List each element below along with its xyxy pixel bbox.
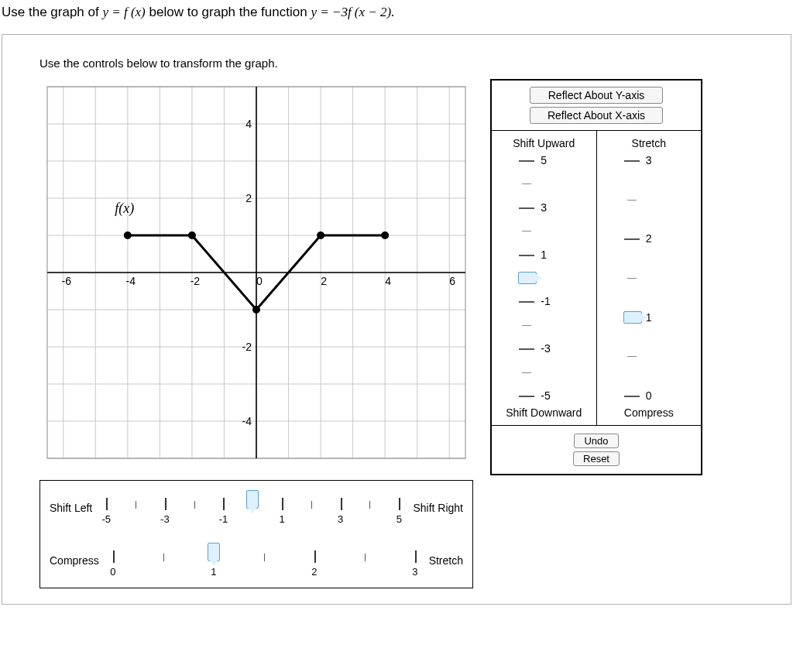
svg-point-40 (252, 306, 260, 314)
transform-controls: Reflect About Y-axis Reflect About X-axi… (490, 79, 702, 475)
svg-text:2: 2 (245, 192, 252, 204)
slider-knob[interactable] (246, 490, 259, 509)
svg-text:0: 0 (256, 275, 263, 287)
compress-vertical-label: Compress (600, 406, 699, 419)
graph-area[interactable]: -6-4-20246-4-224f(x) (39, 79, 473, 466)
shift-vertical-slider[interactable]: 531-1-3-5 (513, 154, 575, 402)
svg-text:f(x): f(x) (115, 201, 134, 217)
slider-knob[interactable] (623, 311, 642, 324)
stretch-vertical-label: Stretch (600, 137, 699, 149)
slider-knob[interactable] (208, 543, 220, 561)
slider-knob[interactable] (518, 272, 537, 284)
svg-text:2: 2 (321, 275, 327, 287)
question-part: below to graph the function (149, 5, 311, 19)
svg-text:-2: -2 (191, 275, 201, 287)
stretch-vertical-slider[interactable]: 3210 (618, 154, 680, 402)
scale-horizontal-row: Compress 0123 Stretch (50, 544, 463, 577)
svg-text:-6: -6 (62, 275, 72, 287)
question-math-2: y = −3f (x − 2). (311, 5, 394, 19)
shift-left-label: Shift Left (50, 502, 92, 514)
question-math-1: y = f (x) (102, 5, 145, 19)
panel-instruction: Use the controls below to transform the … (39, 57, 783, 70)
graph-svg: -6-4-20246-4-224f(x) (39, 79, 473, 466)
svg-point-38 (124, 231, 132, 239)
widget-panel: Use the controls below to transform the … (2, 34, 791, 605)
reflect-x-button[interactable]: Reflect About X-axis (530, 107, 663, 124)
svg-text:-4: -4 (126, 275, 136, 287)
shift-horizontal-row: Shift Left -5-3-1135 Shift Right (50, 492, 463, 524)
scale-horizontal-slider[interactable]: 0123 (108, 544, 420, 577)
reflect-y-button[interactable]: Reflect About Y-axis (530, 87, 663, 104)
svg-text:4: 4 (385, 275, 391, 287)
undo-button[interactable]: Undo (574, 434, 618, 448)
question-text: Use the graph of y = f (x) below to grap… (0, 0, 793, 26)
compress-label: Compress (50, 554, 99, 567)
svg-text:4: 4 (245, 118, 252, 130)
shift-upward-label: Shift Upward (495, 137, 593, 149)
svg-text:-2: -2 (242, 341, 252, 353)
question-part: Use the graph of (2, 5, 102, 19)
svg-point-42 (381, 231, 389, 239)
svg-text:-4: -4 (242, 415, 252, 427)
shift-downward-label: Shift Downward (495, 406, 593, 419)
horizontal-controls: Shift Left -5-3-1135 Shift Right Compres… (39, 480, 473, 588)
svg-point-39 (188, 231, 196, 239)
shift-right-label: Shift Right (413, 502, 463, 514)
svg-text:6: 6 (449, 275, 455, 287)
stretch-label: Stretch (429, 554, 463, 567)
svg-point-41 (317, 231, 324, 239)
reset-button[interactable]: Reset (573, 451, 620, 466)
shift-horizontal-slider[interactable]: -5-3-1135 (101, 492, 403, 524)
